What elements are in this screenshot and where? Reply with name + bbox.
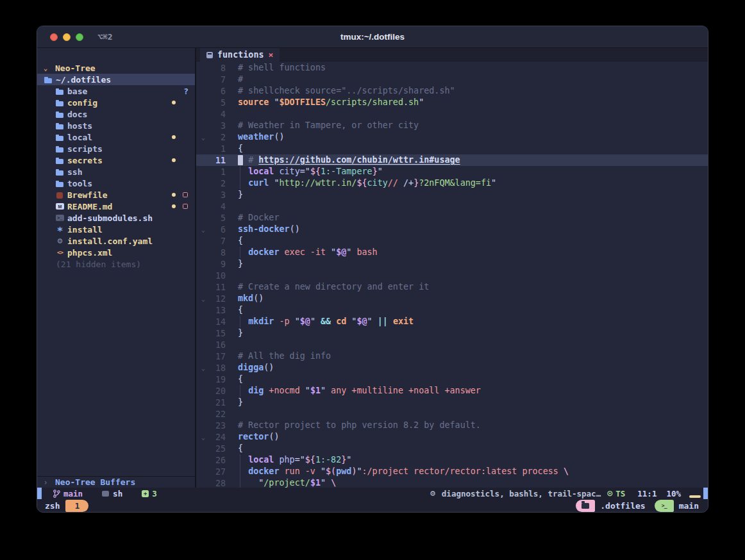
tree-item-docs[interactable]: docs	[37, 108, 195, 120]
tree-item-secrets[interactable]: secrets	[37, 154, 195, 166]
code-line-27[interactable]: ⌄18digga()	[196, 362, 708, 374]
folder-icon	[56, 145, 64, 153]
tree-item-base[interactable]: base?	[37, 85, 195, 97]
folder-icon	[56, 168, 64, 176]
code-line-35[interactable]: 26 local php="${1:-82}"	[196, 454, 708, 466]
line-number: 14	[208, 317, 226, 327]
tree-item-readme.md[interactable]: MREADME.md	[37, 201, 195, 212]
code-line-17[interactable]: 8 docker exec -it "$@" bash	[196, 247, 708, 258]
code-line-3[interactable]: 6# shellcheck source="../scripts/shared.…	[196, 85, 708, 97]
window-title: tmux:~/.dotfiles	[37, 32, 708, 42]
tab-close-icon[interactable]: ×	[269, 50, 274, 60]
code-line-33[interactable]: ⌄24rector()	[196, 431, 708, 443]
code-line-8[interactable]: 1{	[196, 143, 708, 154]
line-number: 11	[208, 156, 226, 165]
code-line-6[interactable]: 3# Weather in Tampere, or other city	[196, 120, 708, 131]
code-line-24[interactable]: 15}	[196, 327, 708, 339]
code-line-13[interactable]: 4	[196, 201, 708, 212]
tree-item-label: config	[67, 98, 97, 108]
tree-item-label: README.md	[67, 202, 112, 211]
code-line-15[interactable]: ⌄6ssh-docker()	[196, 224, 708, 235]
tree-item-ssh[interactable]: ssh	[37, 166, 195, 177]
code-line-34[interactable]: 25{	[196, 443, 708, 454]
indent-guide	[240, 454, 240, 466]
code-line-9[interactable]: 11 # https://github.com/chubin/wttr.in#u…	[196, 154, 708, 166]
gear-icon: ⚙	[56, 237, 64, 245]
code-line-2[interactable]: 7#	[196, 74, 708, 85]
folder-icon	[56, 110, 64, 119]
folder-icon	[56, 133, 64, 142]
tree-item--.dotfiles[interactable]: ~/.dotfiles	[37, 74, 195, 85]
line-text: digga()	[238, 362, 274, 374]
tree-item-local[interactable]: local	[37, 131, 195, 143]
fold-chevron-icon[interactable]: ⌄	[199, 434, 208, 441]
tree-item-config[interactable]: config	[37, 97, 195, 108]
code-line-12[interactable]: 3}	[196, 189, 708, 201]
tree-item-label: tools	[67, 179, 92, 188]
tree-item-scripts[interactable]: scripts	[37, 143, 195, 154]
git-branch-indicator: main	[53, 489, 83, 498]
code-line-1[interactable]: 8# shell functions	[196, 62, 708, 74]
tree-item-tools[interactable]: tools	[37, 177, 195, 189]
xml-icon: <>	[56, 249, 64, 257]
code-buffer[interactable]: 8# shell functions7#6# shellcheck source…	[196, 62, 708, 489]
git-modified-dot-icon	[172, 204, 176, 208]
code-line-20[interactable]: 11# Create a new directory and enter it	[196, 281, 708, 293]
code-line-26[interactable]: 17# All the dig info	[196, 350, 708, 362]
tree-item-label: ssh	[67, 167, 82, 177]
tree-item-add-submodules.sh[interactable]: >_add-submodules.sh	[37, 212, 195, 224]
code-line-29[interactable]: 20 dig +nocmd "$1" any +multiline +noall…	[196, 385, 708, 397]
code-line-21[interactable]: ⌄12mkd()	[196, 293, 708, 304]
fold-chevron-icon[interactable]: ⌄	[199, 226, 208, 233]
fold-chevron-icon[interactable]: ⌄	[199, 365, 208, 372]
code-line-23[interactable]: 14 mkdir -p "$@" && cd "$@" || exit	[196, 316, 708, 327]
code-line-5[interactable]: 4	[196, 108, 708, 120]
code-line-31[interactable]: 22	[196, 408, 708, 420]
code-line-32[interactable]: 23# Rector project to php version 8.2 by…	[196, 420, 708, 431]
code-line-11[interactable]: 2 curl "http://wttr.in/${city// /+}?2nFQ…	[196, 177, 708, 189]
code-line-25[interactable]: 16	[196, 339, 708, 350]
tree-item-install.conf.yaml[interactable]: ⚙install.conf.yaml	[37, 235, 195, 247]
folder-icon	[56, 179, 64, 188]
line-number: 9	[208, 259, 226, 269]
chevron-right-icon: ›	[40, 478, 51, 487]
code-line-36[interactable]: 27 docker run -v "$(pwd)":/project recto…	[196, 466, 708, 477]
tree-item-hosts[interactable]: hosts	[37, 120, 195, 131]
line-text: #	[238, 74, 243, 85]
tmux-window-name[interactable]: zsh	[45, 501, 60, 511]
tree-item--21-hidden-items-[interactable]: (21 hidden items)	[37, 258, 195, 270]
line-number: 28	[208, 479, 226, 488]
brew-icon	[56, 191, 64, 199]
line-text: }	[238, 397, 243, 408]
code-line-30[interactable]: 21}	[196, 397, 708, 408]
tree-item-brewfile[interactable]: Brewfile	[37, 189, 195, 201]
line-text: {	[238, 304, 243, 316]
lsp-gear-icon: ⚙	[430, 490, 436, 498]
fold-chevron-icon[interactable]: ⌄	[199, 134, 208, 141]
code-line-4[interactable]: 5source "$DOTFILES/scripts/shared.sh"	[196, 97, 708, 108]
line-number: 27	[208, 467, 226, 477]
line-number: 2	[208, 133, 226, 142]
git-untracked-badge: ?	[183, 86, 188, 96]
code-line-22[interactable]: 13{	[196, 304, 708, 316]
code-line-19[interactable]: 10	[196, 270, 708, 281]
fold-chevron-icon[interactable]: ⌄	[199, 295, 208, 302]
tab-functions[interactable]: functions ×	[200, 48, 280, 62]
code-line-18[interactable]: 9}	[196, 258, 708, 270]
tree-item-install[interactable]: *install	[37, 224, 195, 235]
statusline-right: ⚙ diagnosticls, bashls, trail-spac… ⊙ TS…	[430, 489, 701, 498]
neotree-buffers-section[interactable]: › Neo-Tree Buffers	[37, 476, 195, 488]
git-unstaged-square-icon	[183, 204, 188, 209]
code-line-14[interactable]: 5# Docker	[196, 212, 708, 224]
code-line-16[interactable]: 7{	[196, 235, 708, 247]
tmux-window-index-badge[interactable]: 1	[65, 500, 88, 512]
line-text: source "$DOTFILES/scripts/shared.sh"	[238, 97, 424, 108]
line-number: 11	[208, 283, 226, 292]
folder-icon	[56, 156, 64, 165]
code-line-28[interactable]: 19{	[196, 374, 708, 385]
tree-item-label: (21 hidden items)	[56, 259, 141, 269]
tree-item-phpcs.xml[interactable]: <>phpcs.xml	[37, 247, 195, 258]
chevron-down-icon: ⌄	[40, 64, 51, 72]
code-line-7[interactable]: ⌄2weather()	[196, 131, 708, 143]
code-line-10[interactable]: 1 local city="${1:-Tampere}"	[196, 166, 708, 177]
